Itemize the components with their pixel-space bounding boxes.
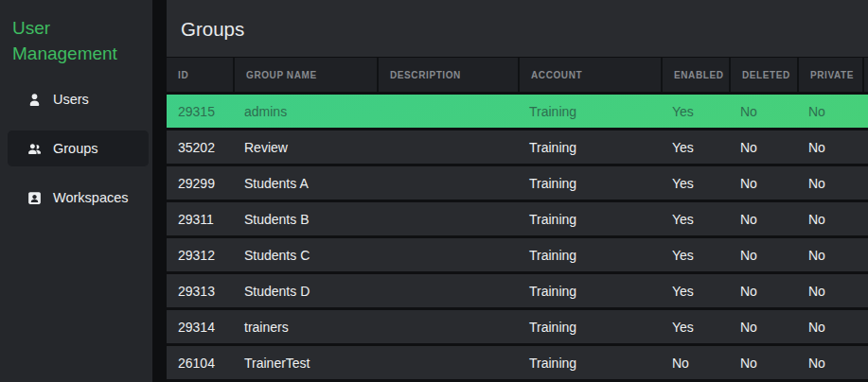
column-header-account[interactable]: ACCOUNT	[518, 58, 661, 92]
column-header-deleted[interactable]: DELETED	[729, 58, 797, 92]
sidebar-nav: Users Groups Workspaces	[0, 81, 152, 216]
cell-group-name: Students A	[233, 166, 377, 200]
cell-description	[377, 202, 518, 235]
cell-group-name: Students C	[233, 238, 377, 271]
cell-deleted: No	[729, 238, 797, 271]
column-header-enabled[interactable]: ENABLED	[661, 58, 729, 92]
cell-id: 26104	[167, 346, 233, 379]
cell-enabled: Yes	[661, 202, 729, 235]
sidebar-item-groups[interactable]: Groups	[8, 130, 149, 166]
column-header-description[interactable]: DESCRIPTION	[377, 58, 518, 92]
sidebar-divider	[152, 0, 167, 382]
cell-id: 29312	[167, 238, 233, 271]
cell-account: Training	[518, 238, 661, 271]
cell-private: No	[797, 310, 862, 343]
cell-group-name: Students B	[233, 202, 377, 235]
cell-filler	[862, 310, 868, 343]
cell-account: Training	[518, 274, 661, 307]
cell-filler	[862, 274, 868, 307]
column-header-private[interactable]: PRIVATE	[797, 58, 862, 92]
sidebar-item-label: Groups	[53, 141, 98, 156]
cell-deleted: No	[729, 310, 797, 343]
cell-group-name: Review	[233, 130, 377, 164]
table-header-row: ID GROUP NAME DESCRIPTION ACCOUNT ENABLE…	[167, 57, 868, 95]
cell-private: No	[797, 238, 862, 271]
cell-id: 29311	[167, 202, 233, 235]
table-row[interactable]: 29314 trainers Training Yes No No	[167, 310, 868, 346]
app-window: User Management Users Groups Workspaces	[0, 0, 868, 382]
cell-private: No	[797, 95, 862, 128]
cell-deleted: No	[729, 130, 797, 164]
cell-deleted: No	[729, 202, 797, 235]
cell-enabled: Yes	[661, 130, 729, 164]
cell-group-name: trainers	[233, 310, 377, 343]
cell-account: Training	[518, 310, 661, 343]
cell-private: No	[797, 346, 862, 379]
cell-private: No	[797, 130, 862, 164]
page-title: Groups	[181, 18, 244, 40]
cell-private: No	[797, 202, 862, 235]
cell-deleted: No	[729, 346, 797, 379]
sidebar-item-users[interactable]: Users	[0, 81, 152, 117]
sidebar-item-label: Users	[53, 92, 89, 107]
cell-filler	[862, 202, 868, 235]
cell-group-name: Students D	[233, 274, 377, 307]
cell-enabled: Yes	[661, 95, 729, 128]
table-row[interactable]: 29299 Students A Training Yes No No	[167, 166, 868, 202]
main-header: Groups	[167, 0, 868, 57]
table-body: 29315 admins Training Yes No No 35202 Re…	[167, 95, 868, 382]
cell-private: No	[797, 166, 862, 200]
cell-group-name: TrainerTest	[233, 346, 377, 379]
column-header-filler	[862, 58, 868, 92]
table-row[interactable]: 29313 Students D Training Yes No No	[167, 274, 868, 310]
cell-filler	[862, 238, 868, 271]
column-header-group-name[interactable]: GROUP NAME	[233, 58, 377, 92]
table-row[interactable]: 26104 TrainerTest Training No No No	[167, 346, 868, 382]
cell-enabled: Yes	[661, 274, 729, 307]
cell-filler	[862, 166, 868, 200]
main-content: Groups ID GROUP NAME DESCRIPTION ACCOUNT…	[167, 0, 868, 382]
sidebar: User Management Users Groups Workspaces	[0, 0, 152, 382]
cell-filler	[862, 95, 868, 128]
cell-description	[377, 310, 518, 343]
cell-group-name: admins	[233, 95, 377, 128]
cell-description	[377, 346, 518, 379]
cell-id: 29315	[167, 95, 233, 128]
cell-description	[377, 274, 518, 307]
cell-deleted: No	[729, 274, 797, 307]
cell-enabled: Yes	[661, 310, 729, 343]
cell-enabled: Yes	[661, 166, 729, 200]
cell-enabled: No	[661, 346, 729, 379]
cell-id: 29314	[167, 310, 233, 343]
cell-description	[377, 95, 518, 128]
table-row[interactable]: 29312 Students C Training Yes No No	[167, 238, 868, 274]
sidebar-item-workspaces[interactable]: Workspaces	[0, 180, 152, 216]
workspace-badge-icon	[27, 190, 43, 206]
cell-id: 29299	[167, 166, 233, 200]
cell-account: Training	[518, 346, 661, 379]
cell-filler	[862, 130, 868, 164]
cell-account: Training	[518, 130, 661, 164]
cell-account: Training	[518, 95, 661, 128]
cell-private: No	[797, 274, 862, 307]
cell-description	[377, 238, 518, 271]
users-icon	[27, 141, 43, 157]
cell-account: Training	[518, 202, 661, 235]
table-row[interactable]: 29315 admins Training Yes No No	[167, 95, 868, 130]
cell-description	[377, 130, 518, 164]
cell-deleted: No	[729, 166, 797, 200]
table-row[interactable]: 29311 Students B Training Yes No No	[167, 202, 868, 238]
column-header-id[interactable]: ID	[167, 58, 233, 92]
user-icon	[27, 92, 43, 108]
cell-enabled: Yes	[661, 238, 729, 271]
sidebar-item-label: Workspaces	[53, 190, 129, 205]
cell-description	[377, 166, 518, 200]
cell-id: 35202	[167, 130, 233, 164]
groups-table: ID GROUP NAME DESCRIPTION ACCOUNT ENABLE…	[167, 57, 868, 382]
cell-account: Training	[518, 166, 661, 200]
cell-filler	[862, 346, 868, 379]
table-row[interactable]: 35202 Review Training Yes No No	[167, 130, 868, 166]
cell-deleted: No	[729, 95, 797, 128]
app-title: User Management	[0, 0, 152, 79]
cell-id: 29313	[167, 274, 233, 307]
